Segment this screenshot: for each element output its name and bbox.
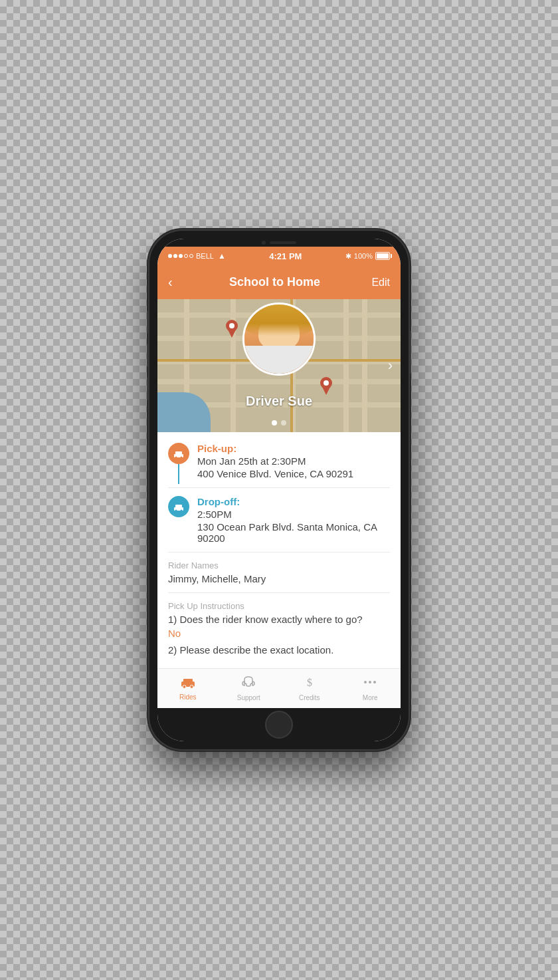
rider-names: Jimmy, Michelle, Mary bbox=[168, 573, 390, 584]
rides-icon bbox=[181, 676, 195, 691]
divider-2 bbox=[168, 552, 390, 552]
road-v4 bbox=[343, 299, 349, 432]
credits-label: Credits bbox=[299, 694, 320, 701]
tab-rides[interactable]: Rides bbox=[157, 676, 219, 701]
signal-dot-1 bbox=[168, 254, 172, 258]
camera-area bbox=[157, 239, 401, 247]
map-chevron-icon[interactable]: › bbox=[388, 357, 393, 374]
driver-hair bbox=[244, 305, 314, 336]
svg-rect-11 bbox=[175, 505, 182, 508]
svg-point-16 bbox=[183, 685, 186, 689]
rider-label: Rider Names bbox=[168, 560, 390, 570]
pickup-label: Pick-up: bbox=[197, 443, 390, 454]
pickup-time: Mon Jan 25th at 2:30PM bbox=[197, 455, 390, 467]
svg-point-1 bbox=[229, 323, 234, 328]
map-pin-start bbox=[224, 319, 240, 342]
status-bar: BELL ▲ 4:21 PM ✱ 100% bbox=[157, 247, 401, 265]
more-icon bbox=[363, 675, 377, 692]
instructions-label: Pick Up Instructions bbox=[168, 601, 390, 611]
dropoff-address: 130 Ocean Park Blvd. Santa Monica, CA 90… bbox=[197, 521, 390, 544]
rides-label: Rides bbox=[179, 693, 197, 701]
driver-face-image bbox=[244, 305, 314, 374]
rider-section: Rider Names Jimmy, Michelle, Mary bbox=[157, 560, 401, 593]
svg-rect-15 bbox=[183, 679, 193, 683]
pickup-item: Pick-up: Mon Jan 25th at 2:30PM 400 Veni… bbox=[168, 443, 390, 479]
pickup-icon bbox=[168, 443, 189, 464]
carousel-dot-2 bbox=[281, 420, 286, 426]
dropoff-label: Drop-off: bbox=[197, 496, 390, 507]
dropoff-item: Drop-off: 2:50PM 130 Ocean Park Blvd. Sa… bbox=[168, 496, 390, 544]
phone-frame: BELL ▲ 4:21 PM ✱ 100% ‹ School to Home E… bbox=[149, 231, 409, 749]
svg-point-21 bbox=[373, 681, 376, 683]
road-v5 bbox=[362, 299, 367, 432]
instruction-answer1: No bbox=[168, 628, 390, 639]
carrier-label: BELL bbox=[196, 252, 214, 260]
pickup-address: 400 Venice Blvd. Venice, CA 90291 bbox=[197, 468, 390, 479]
svg-point-4 bbox=[324, 380, 329, 386]
instruction-question2: 2) Please describe the exact location. bbox=[168, 644, 390, 656]
instruction-question1: 1) Does the rider know exactly where to … bbox=[168, 614, 390, 625]
status-left: BELL ▲ bbox=[168, 251, 226, 261]
svg-rect-7 bbox=[175, 451, 182, 455]
support-label: Support bbox=[237, 694, 260, 701]
battery-fill bbox=[377, 253, 389, 259]
dropoff-content: Drop-off: 2:50PM 130 Ocean Park Blvd. Sa… bbox=[197, 496, 390, 544]
edit-button[interactable]: Edit bbox=[371, 277, 390, 289]
more-label: More bbox=[363, 694, 378, 701]
instructions-section: Pick Up Instructions 1) Does the rider k… bbox=[157, 601, 401, 656]
route-section: Pick-up: Mon Jan 25th at 2:30PM 400 Veni… bbox=[157, 432, 401, 552]
tab-bar: Rides Support $ Credits bbox=[157, 668, 401, 708]
battery-body bbox=[375, 252, 390, 260]
dropoff-time: 2:50PM bbox=[197, 509, 390, 520]
svg-text:$: $ bbox=[307, 677, 312, 688]
svg-point-19 bbox=[364, 681, 367, 683]
status-time: 4:21 PM bbox=[269, 251, 302, 261]
pickup-content: Pick-up: Mon Jan 25th at 2:30PM 400 Veni… bbox=[197, 443, 390, 479]
header-title: School to Home bbox=[229, 275, 320, 289]
driver-name: Driver Sue bbox=[157, 394, 401, 409]
camera-dot bbox=[262, 241, 266, 245]
wifi-icon: ▲ bbox=[218, 251, 226, 261]
svg-point-13 bbox=[181, 510, 183, 512]
content-area: Pick-up: Mon Jan 25th at 2:30PM 400 Veni… bbox=[157, 432, 401, 668]
driver-avatar bbox=[242, 303, 316, 376]
battery-percent: 100% bbox=[354, 252, 373, 260]
back-button[interactable]: ‹ bbox=[168, 272, 178, 293]
svg-point-17 bbox=[190, 685, 193, 689]
bluetooth-icon: ✱ bbox=[345, 252, 351, 261]
signal-dot-5 bbox=[189, 254, 193, 258]
signal-dot-2 bbox=[173, 254, 177, 258]
phone-screen: BELL ▲ 4:21 PM ✱ 100% ‹ School to Home E… bbox=[157, 239, 401, 741]
carousel-dot-1 bbox=[272, 420, 277, 426]
svg-marker-2 bbox=[228, 330, 236, 338]
tab-more[interactable]: More bbox=[340, 675, 401, 701]
svg-point-20 bbox=[369, 681, 371, 683]
speaker-slot bbox=[270, 241, 296, 244]
divider-1 bbox=[168, 487, 390, 488]
signal-dot-3 bbox=[179, 254, 183, 258]
battery-indicator bbox=[375, 252, 390, 260]
status-right: ✱ 100% bbox=[345, 252, 390, 261]
svg-point-12 bbox=[175, 510, 177, 512]
map-section: Driver Sue › bbox=[157, 299, 401, 432]
svg-point-9 bbox=[181, 457, 183, 459]
home-button-area bbox=[157, 708, 401, 741]
svg-point-8 bbox=[175, 457, 177, 459]
support-icon bbox=[242, 675, 255, 692]
tab-support[interactable]: Support bbox=[219, 675, 280, 701]
divider-3 bbox=[168, 592, 390, 593]
signal-strength bbox=[168, 254, 193, 258]
signal-dot-4 bbox=[184, 254, 188, 258]
dropoff-icon bbox=[168, 496, 189, 517]
carousel-dots bbox=[157, 420, 401, 426]
credits-icon: $ bbox=[303, 675, 316, 692]
route-connecting-line bbox=[178, 464, 179, 484]
tab-credits[interactable]: $ Credits bbox=[279, 675, 340, 701]
app-header: ‹ School to Home Edit bbox=[157, 265, 401, 299]
home-button[interactable] bbox=[265, 711, 293, 739]
